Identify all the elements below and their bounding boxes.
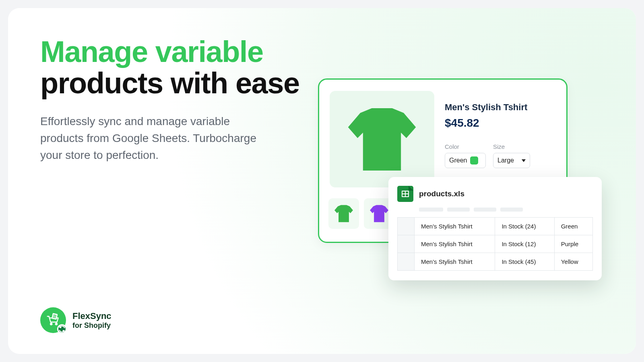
svg-point-0 <box>50 323 52 325</box>
product-options: Color Green Size Large <box>445 143 556 168</box>
spreadsheet-card: products.xls Men's Stylish Tshirt In Sto… <box>388 177 602 280</box>
headline: Manage variable products with ease Effor… <box>40 36 322 164</box>
thumb-1[interactable] <box>328 198 359 229</box>
row-header <box>398 235 415 253</box>
tshirt-icon <box>334 205 353 222</box>
size-select[interactable]: Large <box>493 153 530 168</box>
row-header <box>398 253 415 271</box>
spreadsheet-filename: products.xls <box>419 189 464 198</box>
tshirt-icon <box>348 108 416 171</box>
brand-text: FlexSync for Shopify <box>72 311 111 330</box>
color-select[interactable]: Green <box>445 153 486 168</box>
table-row: Men's Stylish Tshirt In Stock (12) Purpl… <box>398 235 593 253</box>
brand: FlexSync for Shopify <box>40 307 111 333</box>
cell-stock: In Stock (24) <box>495 218 554 235</box>
cell-stock: In Stock (45) <box>495 253 554 271</box>
skel <box>419 208 443 212</box>
cell-name: Men's Stylish Tshirt <box>415 235 495 253</box>
cell-color: Yellow <box>554 253 592 271</box>
spreadsheet-table: Men's Stylish Tshirt In Stock (24) Green… <box>397 217 593 271</box>
brand-sub: for Shopify <box>72 321 111 330</box>
content: Manage variable products with ease Effor… <box>8 8 636 354</box>
skel <box>447 208 470 212</box>
sheet-tabs-skeleton <box>419 208 593 212</box>
cell-color: Green <box>554 218 592 235</box>
product-price: $45.82 <box>445 117 556 130</box>
sync-badge-icon <box>57 324 67 334</box>
tshirt-icon <box>370 205 388 222</box>
cell-color: Purple <box>554 235 592 253</box>
color-value: Green <box>449 157 467 164</box>
option-size: Size Large <box>493 143 530 168</box>
headline-sub: Effortlessly sync and manage variable pr… <box>40 113 270 164</box>
product-name: Men's Stylish Tshirt <box>445 102 556 113</box>
size-value: Large <box>497 157 514 164</box>
table-row: Men's Stylish Tshirt In Stock (24) Green <box>398 218 593 235</box>
spreadsheet-header: products.xls <box>397 186 593 202</box>
option-color: Color Green <box>445 143 486 168</box>
svg-point-1 <box>56 323 57 325</box>
headline-title: Manage variable products with ease <box>40 36 322 99</box>
mockup: Men's Stylish Tshirt $45.82 Color Green … <box>318 78 604 243</box>
brand-name: FlexSync <box>72 311 111 321</box>
skel <box>500 208 523 212</box>
promo-card: Manage variable products with ease Effor… <box>8 8 636 354</box>
product-details: Men's Stylish Tshirt $45.82 Color Green … <box>445 91 556 187</box>
chevron-down-icon <box>522 159 526 162</box>
skel <box>474 208 496 212</box>
brand-icon <box>40 307 66 333</box>
color-label: Color <box>445 143 486 150</box>
headline-accent: Manage variable <box>40 36 322 68</box>
table-row: Men's Stylish Tshirt In Stock (45) Yello… <box>398 253 593 271</box>
cell-name: Men's Stylish Tshirt <box>415 218 495 235</box>
product-thumbs <box>328 198 394 229</box>
row-header <box>398 218 415 235</box>
headline-rest: products with ease <box>40 66 299 100</box>
color-swatch <box>470 156 478 165</box>
cell-name: Men's Stylish Tshirt <box>415 253 495 271</box>
cell-stock: In Stock (12) <box>495 235 554 253</box>
sheets-icon <box>397 186 413 202</box>
size-label: Size <box>493 143 530 150</box>
product-hero <box>330 91 434 187</box>
